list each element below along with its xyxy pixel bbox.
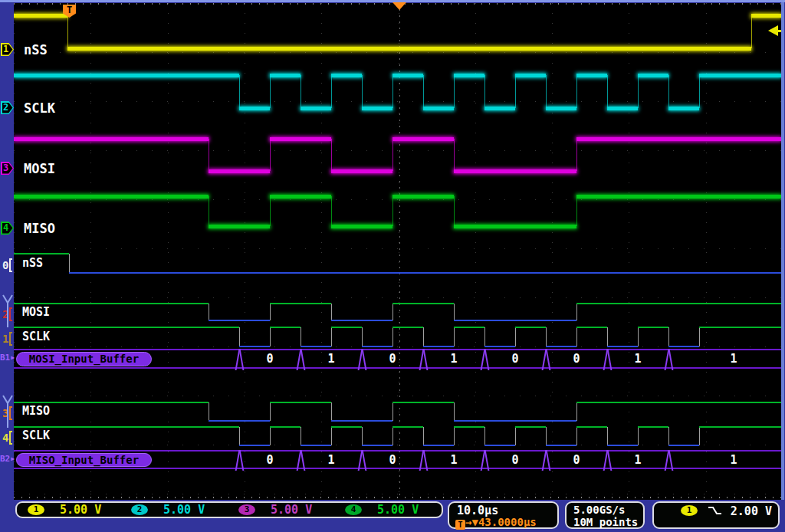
ch2-trace-segment [270, 74, 301, 77]
d2-trace-segment [331, 320, 392, 321]
d4-trace-edge [607, 427, 608, 445]
d4-trace-segment [362, 445, 392, 446]
ch4-scale-badge[interactable]: 4 [345, 504, 362, 515]
d4-trace-edge [576, 427, 577, 445]
b1-bus-badge[interactable]: B1▶ [0, 353, 15, 363]
trigger-position-marker-icon[interactable] [392, 2, 406, 10]
d1-channel-badge[interactable]: 1 [2, 331, 12, 346]
ch4-trace-edge [576, 196, 577, 226]
d4-trace-segment [638, 426, 668, 428]
ch3-trace-segment [576, 137, 781, 141]
d3-trace-edge [331, 402, 332, 421]
b1-bus-name-bubble: MOSI_Input_Buffer [16, 352, 152, 366]
b1-bus-value: 1 [442, 352, 465, 366]
ch2-trace-edge [331, 75, 332, 108]
d4-trace-segment [239, 445, 270, 446]
b2-bus-name-bubble: MISO_Input_Buffer [16, 453, 152, 467]
b1-bus-value: 0 [381, 352, 404, 366]
d4-trace-edge [270, 427, 271, 445]
ch4-channel-badge[interactable]: 4 [1, 222, 14, 235]
ch1-trace-segment [751, 14, 781, 18]
d2-channel-badge[interactable]: 2 [2, 307, 12, 322]
ch2-trace-edge [270, 75, 271, 108]
d1-trace-segment [699, 327, 781, 328]
d3-trace-segment [270, 402, 331, 403]
ch1-scale-value: 5.00 V [60, 503, 101, 517]
d1-trace-edge [668, 327, 669, 346]
ch2-trace-edge [239, 75, 240, 108]
d4-channel-badge[interactable]: 4 [2, 430, 12, 445]
ch2-trace-segment [668, 107, 699, 110]
ch4-trace-edge [454, 196, 455, 226]
graticule-bottom-ticks [14, 497, 781, 498]
d4-trace-edge [362, 427, 363, 445]
ch3-scale-value: 5.00 V [271, 503, 312, 517]
b2-bus-badge[interactable]: B2▶ [0, 454, 15, 464]
ch1-channel-badge[interactable]: 1 [1, 43, 14, 56]
acquisition-readout-box[interactable]: 5.00GS/s 10M points [565, 501, 645, 529]
ch3-trace-segment [331, 169, 392, 173]
d1-trace-segment [638, 327, 668, 328]
d1-trace-segment [576, 327, 607, 328]
b2-bus-value: 1 [722, 453, 745, 467]
b1-bus-value: 0 [504, 352, 527, 366]
grid-row-dots [14, 150, 781, 151]
d1-trace-segment [607, 346, 638, 347]
ch2-trace-edge [454, 75, 455, 108]
grid-row-dots [14, 297, 781, 298]
channel-scale-readout-box[interactable]: 15.00 V25.00 V35.00 V45.00 V [15, 501, 443, 518]
d2-trace-edge [454, 304, 455, 320]
ch4-trace-segment [270, 195, 331, 199]
grid-row-dots [14, 199, 781, 200]
d4-trace-edge [331, 427, 332, 445]
d2-trace-segment [209, 320, 270, 321]
d1-trace-edge [515, 327, 516, 346]
d1-trace-segment [362, 346, 392, 347]
d3-trace-segment [331, 420, 392, 422]
ch1-scale-badge[interactable]: 1 [28, 504, 44, 515]
timebase-readout-box[interactable]: 10.0µs T→▼43.0000µs [448, 501, 559, 529]
grid-column-dots [245, 3, 245, 500]
d2-trace-edge [209, 304, 209, 320]
d1-trace-segment [515, 327, 546, 328]
d1-trace-edge [638, 327, 639, 346]
trigger-t-chip-icon: T [455, 520, 465, 530]
trigger-level-arrow-icon[interactable] [768, 25, 778, 36]
d4-trace-edge [301, 427, 301, 445]
grid-row-dots [14, 346, 781, 347]
ch2-scale-badge[interactable]: 2 [131, 504, 148, 515]
digital-group-2-probe-icon [2, 394, 13, 432]
ch4-trace-segment [209, 225, 270, 228]
ch2-trace-segment [423, 107, 454, 110]
grid-row-dots [14, 101, 781, 102]
d1-trace-segment [546, 346, 576, 347]
d4-trace-segment [668, 445, 699, 446]
ch4-trace-edge [331, 196, 332, 226]
ch3-trace-edge [331, 139, 332, 171]
ch3-channel-badge[interactable]: 3 [1, 162, 14, 175]
ch2-trace-edge [668, 75, 669, 108]
grid-row-dots [14, 494, 781, 494]
b1-bus-rail-top [14, 349, 781, 350]
d2-trace-segment [454, 320, 576, 321]
d0-channel-badge[interactable]: 0 [2, 258, 12, 273]
d4-trace-segment [392, 426, 423, 428]
ch2-trace-segment [546, 107, 576, 110]
d1-trace-segment [331, 327, 362, 328]
d3-channel-badge[interactable]: 3 [2, 406, 12, 421]
d1-trace-segment [423, 346, 454, 347]
ch3-trace-edge [454, 139, 455, 171]
d3-trace-segment [454, 420, 576, 422]
trigger-position-dotted-line [399, 3, 400, 500]
d1-trace-edge [607, 327, 608, 346]
ch3-scale-badge[interactable]: 3 [238, 504, 255, 515]
b2-bus-value: 0 [504, 453, 527, 467]
trigger-readout-box[interactable]: 1 2.00 V [652, 501, 780, 529]
d2-trace-edge [392, 304, 393, 320]
b2-bus-value: 0 [565, 453, 588, 467]
ch2-trace-edge [699, 75, 700, 108]
ch2-channel-badge[interactable]: 2 [1, 101, 14, 114]
d1-trace-segment [270, 327, 301, 328]
ch1-label: nSS [21, 42, 50, 57]
ch1-trace-segment [67, 47, 751, 51]
